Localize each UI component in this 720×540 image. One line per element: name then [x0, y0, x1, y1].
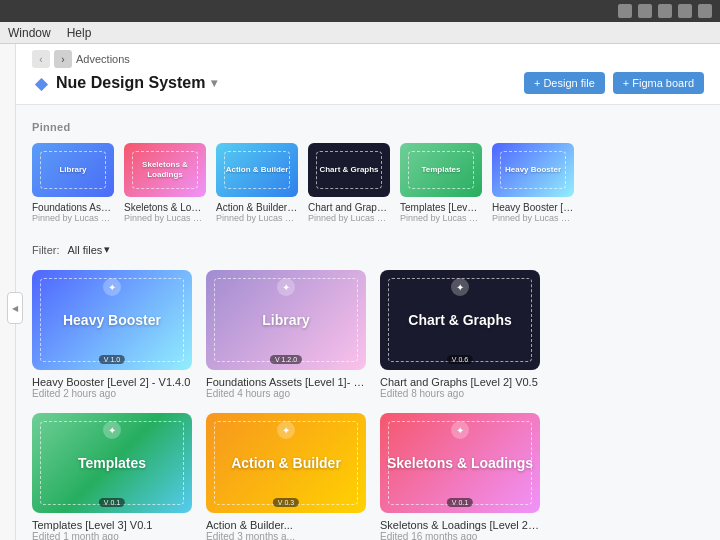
pinned-thumb-0: Library [32, 143, 114, 197]
pinned-thumb-text-4: Templates [422, 165, 461, 175]
pinned-thumb-2: Action & Builder [216, 143, 298, 197]
main-thumb-3: ✦ Templates V 0.1 [32, 413, 192, 513]
main-card-title-5: Skeletons & Loadings [Level 2] - v0.1 [380, 519, 540, 531]
pinned-subtitle-2: Pinned by Lucas Neves [216, 213, 298, 223]
pinned-title-4: Templates [Level 3... [400, 202, 482, 213]
main-card-4[interactable]: ✦ Action & Builder V 0.3 Action & Builde… [206, 413, 366, 540]
pinned-section: Pinned Library Foundations Asset... Pinn… [32, 121, 704, 223]
system-bar [0, 0, 720, 22]
main-card-subtitle-1: Edited 4 hours ago [206, 388, 366, 399]
pinned-card-5[interactable]: Heavy Booster Heavy Booster [Le... Pinne… [492, 143, 574, 223]
version-badge-3: V 0.1 [99, 498, 125, 507]
pinned-thumb-3: Chart & Graphs [308, 143, 390, 197]
design-file-button[interactable]: + Design file [524, 72, 605, 94]
pinned-title-1: Skeletons & Loadin... [124, 202, 206, 213]
notification-icon [678, 4, 692, 18]
main-grid: ✦ Heavy Booster V 1.0 Heavy Booster [Lev… [32, 270, 704, 540]
main-card-title-4: Action & Builder... [206, 519, 366, 531]
figma-board-button[interactable]: + Figma board [613, 72, 704, 94]
breadcrumb-item: Advections [76, 53, 130, 65]
pinned-subtitle-3: Pinned by Lucas Neves [308, 213, 390, 223]
wifi-icon [618, 4, 632, 18]
pinned-thumb-text-0: Library [59, 165, 86, 175]
menu-bar: Window Help [0, 22, 720, 44]
nav-arrows: ‹ › [32, 50, 72, 68]
main-card-subtitle-5: Edited 16 months ago [380, 531, 540, 540]
pinned-thumb-text-1: Skeletons & Loadings [124, 160, 206, 179]
project-dropdown-icon[interactable]: ▾ [211, 76, 217, 90]
pinned-card-4[interactable]: Templates Templates [Level 3... Pinned b… [400, 143, 482, 223]
main-thumb-text-2: Chart & Graphs [408, 311, 511, 329]
main-card-3[interactable]: ✦ Templates V 0.1 Templates [Level 3] V0… [32, 413, 192, 540]
sidebar-collapse-button[interactable]: ◀ [7, 292, 23, 324]
main-thumb-1: ✦ Library V 1.2.0 [206, 270, 366, 370]
version-badge-5: V 0.1 [447, 498, 473, 507]
main-thumb-text-5: Skeletons & Loadings [387, 454, 533, 472]
main-thumb-text-0: Heavy Booster [63, 311, 161, 329]
main-card-title-1: Foundations Assets [Level 1]- V1.6.6 [206, 376, 366, 388]
main-card-title-3: Templates [Level 3] V0.1 [32, 519, 192, 531]
sidebar: ◀ [0, 44, 16, 540]
pinned-label: Pinned [32, 121, 704, 133]
main-card-2[interactable]: ✦ Chart & Graphs V 0.6 Chart and Graphs … [380, 270, 540, 399]
pinned-title-2: Action & Builder [L... [216, 202, 298, 213]
pinned-title-3: Chart and Graphs [... [308, 202, 390, 213]
version-badge-1: V 1.2.0 [270, 355, 302, 364]
menu-icon [698, 4, 712, 18]
main-card-subtitle-0: Edited 2 hours ago [32, 388, 192, 399]
pinned-thumb-5: Heavy Booster [492, 143, 574, 197]
version-badge-4: V 0.3 [273, 498, 299, 507]
pinned-subtitle-1: Pinned by Lucas Neves [124, 213, 206, 223]
menu-help[interactable]: Help [67, 26, 92, 40]
content-area: ◀ ‹ › Advections ◆ Nue Design System ▾ +… [0, 44, 720, 540]
pinned-card-1[interactable]: Skeletons & Loadings Skeletons & Loadin.… [124, 143, 206, 223]
version-badge-2: V 0.6 [447, 355, 473, 364]
pinned-title-0: Foundations Asset... [32, 202, 114, 213]
project-name: Nue Design System [56, 74, 205, 92]
main-card-title-0: Heavy Booster [Level 2] - V1.4.0 [32, 376, 192, 388]
main-thumb-5: ✦ Skeletons & Loadings V 0.1 [380, 413, 540, 513]
main-thumb-text-1: Library [262, 311, 309, 329]
main-thumb-0: ✦ Heavy Booster V 1.0 [32, 270, 192, 370]
main-card-1[interactable]: ✦ Library V 1.2.0 Foundations Assets [Le… [206, 270, 366, 399]
pinned-thumb-text-3: Chart & Graphs [319, 165, 378, 175]
pinned-card-3[interactable]: Chart & Graphs Chart and Graphs [... Pin… [308, 143, 390, 223]
diamond-icon: ◆ [32, 74, 50, 92]
battery-icon [638, 4, 652, 18]
title-row: ◆ Nue Design System ▾ + Design file + Fi… [32, 72, 704, 104]
main-content: ‹ › Advections ◆ Nue Design System ▾ + D… [16, 44, 720, 540]
menu-window[interactable]: Window [8, 26, 51, 40]
header-actions: + Design file + Figma board [524, 72, 704, 94]
main-card-subtitle-4: Edited 3 months a... [206, 531, 366, 540]
header: ‹ › Advections ◆ Nue Design System ▾ + D… [16, 44, 720, 105]
pinned-grid: Library Foundations Asset... Pinned by L… [32, 143, 704, 223]
pinned-title-5: Heavy Booster [Le... [492, 202, 574, 213]
pinned-thumb-text-2: Action & Builder [226, 165, 289, 175]
nav-forward-button[interactable]: › [54, 50, 72, 68]
main-card-5[interactable]: ✦ Skeletons & Loadings V 0.1 Skeletons &… [380, 413, 540, 540]
main-card-0[interactable]: ✦ Heavy Booster V 1.0 Heavy Booster [Lev… [32, 270, 192, 399]
pinned-card-2[interactable]: Action & Builder Action & Builder [L... … [216, 143, 298, 223]
main-card-subtitle-2: Edited 8 hours ago [380, 388, 540, 399]
pinned-card-0[interactable]: Library Foundations Asset... Pinned by L… [32, 143, 114, 223]
filter-value: All files [68, 244, 103, 256]
main-card-subtitle-3: Edited 1 month ago [32, 531, 192, 540]
pinned-subtitle-5: Pinned by Lucas Neves [492, 213, 574, 223]
filter-chevron-icon: ▾ [104, 243, 110, 256]
filter-label: Filter: [32, 244, 60, 256]
filter-row: Filter: All files ▾ [32, 243, 704, 256]
clock-icon [658, 4, 672, 18]
pinned-subtitle-0: Pinned by Lucas Neves [32, 213, 114, 223]
breadcrumb: ‹ › Advections [32, 44, 704, 72]
main-card-title-2: Chart and Graphs [Level 2] V0.5 [380, 376, 540, 388]
pinned-thumb-1: Skeletons & Loadings [124, 143, 206, 197]
pinned-thumb-4: Templates [400, 143, 482, 197]
main-thumb-2: ✦ Chart & Graphs V 0.6 [380, 270, 540, 370]
body-scroll[interactable]: Pinned Library Foundations Asset... Pinn… [16, 105, 720, 540]
version-badge-0: V 1.0 [99, 355, 125, 364]
pinned-subtitle-4: Pinned by Lucas Neves [400, 213, 482, 223]
nav-back-button[interactable]: ‹ [32, 50, 50, 68]
main-thumb-text-3: Templates [78, 454, 146, 472]
main-thumb-4: ✦ Action & Builder V 0.3 [206, 413, 366, 513]
filter-select[interactable]: All files ▾ [68, 243, 111, 256]
